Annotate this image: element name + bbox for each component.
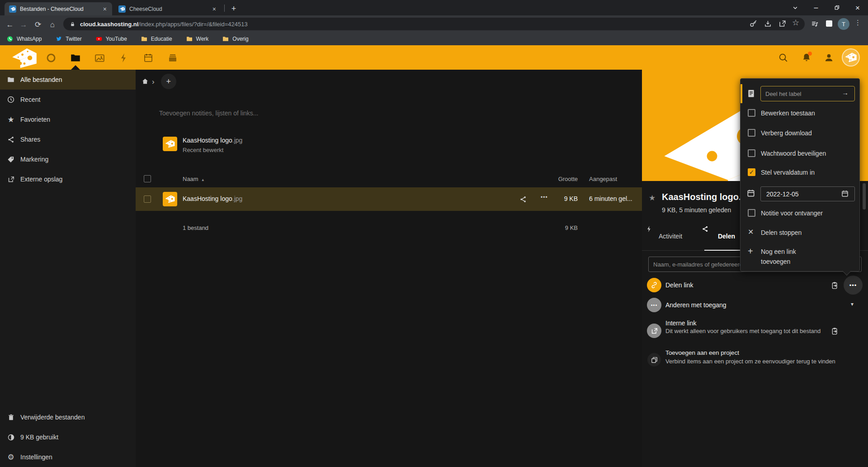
sidebar-item-tags[interactable]: Markering bbox=[0, 149, 136, 169]
playlist-extension-icon[interactable] bbox=[811, 20, 820, 29]
search-icon[interactable] bbox=[777, 52, 789, 63]
notifications-bell-icon[interactable] bbox=[801, 52, 812, 63]
browser-tab-active[interactable]: Bestanden - CheeseCloud × bbox=[5, 2, 112, 15]
password-protect-label[interactable]: Wachtwoord beveiligen bbox=[761, 149, 826, 158]
table-row[interactable]: KaasHosting logo.jpg ••• 9 KB 6 minuten … bbox=[136, 187, 642, 211]
submit-arrow-icon[interactable]: → bbox=[842, 89, 849, 96]
url-bar[interactable]: cloud.kaashosting.nl /index.php/apps/fil… bbox=[63, 18, 805, 30]
bookmark-label: Overig bbox=[232, 36, 248, 42]
tab-divider bbox=[224, 5, 225, 12]
home-icon[interactable]: ⌂ bbox=[47, 19, 58, 30]
tab-title: CheeseCloud bbox=[129, 6, 208, 12]
chevron-right-icon: › bbox=[152, 78, 155, 86]
share-icon[interactable] bbox=[519, 195, 527, 203]
tab-close-icon[interactable]: × bbox=[102, 6, 108, 12]
sidebar-item-external-storage[interactable]: Externe opslag bbox=[0, 169, 136, 189]
forward-icon[interactable]: → bbox=[18, 19, 29, 30]
app-nav-dashboard[interactable] bbox=[45, 52, 57, 64]
share-page-icon[interactable] bbox=[778, 19, 787, 29]
tab-activity[interactable]: Activiteit bbox=[646, 225, 695, 240]
new-tab-button[interactable]: + bbox=[227, 2, 240, 15]
home-crumb-icon[interactable] bbox=[141, 77, 149, 86]
sidebar-item-settings[interactable]: ⚙ Instellingen bbox=[0, 447, 136, 467]
files-main: › + Toevoegen notities, lijsten of links… bbox=[136, 70, 642, 467]
note-label[interactable]: Notitie voor ontvanger bbox=[761, 209, 823, 218]
app-nav-photos[interactable] bbox=[93, 52, 106, 64]
bookmark-twitter[interactable]: Twitter bbox=[55, 35, 81, 43]
window-close-button[interactable]: × bbox=[847, 0, 868, 15]
sidebar-item-deleted-files[interactable]: Verwijderde bestanden bbox=[0, 407, 136, 427]
extension-icon[interactable] bbox=[826, 20, 835, 29]
copy-link-icon[interactable] bbox=[830, 281, 839, 290]
expiry-date-checkbox[interactable]: ✓ bbox=[748, 168, 755, 176]
date-picker-icon[interactable] bbox=[841, 190, 849, 198]
window-profile-chevron-icon[interactable] bbox=[785, 0, 806, 15]
window-restore-button[interactable] bbox=[826, 0, 847, 15]
file-name[interactable]: KaasHosting logo.jpg bbox=[183, 195, 242, 202]
bookmark-star-icon[interactable]: ☆ bbox=[792, 19, 801, 28]
add-link-label-line2[interactable]: toevoegen bbox=[761, 257, 790, 266]
back-icon[interactable]: ← bbox=[5, 19, 15, 30]
notes-placeholder[interactable]: Toevoegen notities, lijsten of links... bbox=[159, 110, 258, 117]
column-name[interactable]: Naam▲ bbox=[183, 176, 205, 182]
chevron-down-icon[interactable]: ▾ bbox=[851, 301, 854, 307]
stop-share-label[interactable]: Delen stoppen bbox=[761, 228, 802, 237]
add-link-label-line1[interactable]: Nog een link bbox=[761, 247, 796, 256]
app-nav-calendar[interactable] bbox=[142, 52, 155, 64]
hide-download-label[interactable]: Verberg download bbox=[761, 129, 812, 138]
sidebar-item-shares[interactable]: Shares bbox=[0, 129, 136, 149]
browser-tab-inactive[interactable]: CheeseCloud × bbox=[114, 2, 222, 15]
bookmark-label: Educatie bbox=[151, 36, 172, 42]
app-nav-deck[interactable] bbox=[166, 52, 179, 64]
column-size[interactable]: Grootte bbox=[533, 176, 578, 182]
sidebar-item-all-files[interactable]: Alle bestanden bbox=[0, 70, 136, 90]
expiry-date-label[interactable]: Stel vervaldatum in bbox=[761, 168, 815, 177]
row-checkbox[interactable] bbox=[144, 195, 151, 203]
hide-download-checkbox[interactable] bbox=[748, 129, 755, 137]
bookmarks-bar: WhatsApp Twitter YouTube Educatie Werk O… bbox=[0, 33, 868, 45]
allow-edit-checkbox[interactable] bbox=[748, 109, 755, 117]
bookmark-folder-educatie[interactable]: Educatie bbox=[141, 35, 172, 43]
app-nav-activity[interactable] bbox=[118, 52, 130, 64]
file-thumbnail bbox=[163, 137, 177, 151]
clock-icon bbox=[7, 95, 15, 104]
sidebar-item-label: 9 KB gebruikt bbox=[20, 434, 58, 441]
lock-icon bbox=[70, 21, 75, 27]
summary-count: 1 bestand bbox=[183, 224, 208, 231]
bookmark-whatsapp[interactable]: WhatsApp bbox=[6, 35, 42, 43]
share-link-actions-button[interactable]: ••• bbox=[844, 276, 863, 295]
bookmark-folder-overig[interactable]: Overig bbox=[222, 35, 248, 43]
summary-size: 9 KB bbox=[533, 224, 578, 231]
app-nav-files[interactable] bbox=[69, 52, 82, 64]
sidebar-item-quota[interactable]: 9 KB gebruikt bbox=[0, 427, 136, 447]
column-modified[interactable]: Aangepast bbox=[589, 176, 617, 182]
window-minimize-button[interactable]: – bbox=[806, 0, 826, 15]
recent-file-card[interactable]: KaasHosting logo.jpg Recent bewerkt bbox=[163, 137, 242, 153]
tab-label: Activiteit bbox=[659, 233, 682, 240]
bookmark-folder-werk[interactable]: Werk bbox=[186, 35, 209, 43]
install-app-icon[interactable] bbox=[764, 19, 773, 29]
browser-menu-icon[interactable]: ⋮ bbox=[854, 19, 861, 26]
contacts-icon[interactable] bbox=[823, 52, 835, 63]
password-protect-checkbox[interactable] bbox=[748, 149, 755, 157]
tab-close-icon[interactable]: × bbox=[212, 6, 217, 12]
sidebar-item-recent[interactable]: Recent bbox=[0, 90, 136, 110]
share-label-input[interactable] bbox=[760, 86, 855, 101]
external-storage-icon bbox=[7, 175, 15, 183]
select-all-checkbox[interactable] bbox=[144, 175, 151, 182]
add-new-button[interactable]: + bbox=[161, 74, 176, 89]
favorite-star-icon[interactable]: ★ bbox=[649, 194, 656, 202]
panel-scrollbar-thumb[interactable] bbox=[863, 183, 866, 210]
copy-internal-link-icon[interactable] bbox=[830, 327, 839, 335]
note-checkbox[interactable] bbox=[748, 209, 755, 217]
browser-profile-avatar[interactable]: T bbox=[838, 18, 849, 30]
password-key-icon[interactable] bbox=[749, 19, 758, 29]
bookmark-youtube[interactable]: YouTube bbox=[95, 35, 127, 43]
active-app-caret bbox=[71, 65, 80, 70]
sidebar-item-favorites[interactable]: ★ Favorieten bbox=[0, 110, 136, 129]
project-title[interactable]: Toevoegen aan een project bbox=[665, 349, 739, 356]
menu-accent-bar bbox=[741, 84, 742, 103]
reload-icon[interactable]: ⟳ bbox=[33, 19, 43, 30]
user-avatar[interactable] bbox=[842, 48, 860, 67]
allow-edit-label[interactable]: Bewerken toestaan bbox=[761, 109, 815, 118]
